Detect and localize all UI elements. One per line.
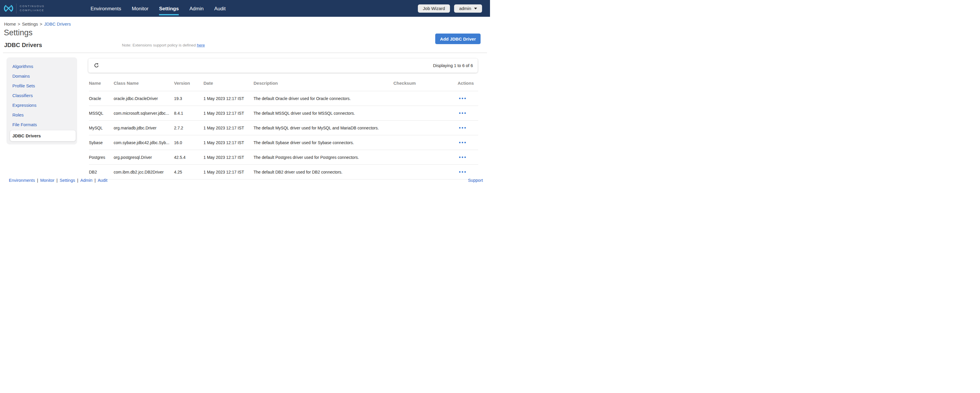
cell-description: The default MSSQL driver used for MSSQL … xyxy=(253,111,393,116)
refresh-button[interactable] xyxy=(93,63,100,68)
section-header: JDBC Drivers Note: Extensions support po… xyxy=(3,42,487,53)
ellipsis-icon xyxy=(459,113,461,114)
sidebar-item-jdbc-drivers[interactable]: JDBC Drivers xyxy=(10,130,76,141)
ellipsis-icon xyxy=(462,98,463,100)
footer-separator: | xyxy=(77,178,78,183)
column-header-checksum: Checksum xyxy=(393,81,452,86)
actions-cell xyxy=(452,171,478,174)
nav-item-environments[interactable]: Environments xyxy=(91,2,121,15)
row-actions-button[interactable] xyxy=(457,127,466,130)
sidebar-item-domains[interactable]: Domains xyxy=(6,71,77,81)
footer-link-admin[interactable]: Admin xyxy=(80,178,92,183)
job-wizard-button[interactable]: Job Wizard xyxy=(418,5,450,13)
ellipsis-icon xyxy=(465,157,466,158)
table-header-row: NameClass NameVersionDateDescriptionChec… xyxy=(89,75,478,91)
table-row-db2: DB2com.ibm.db2.jcc.DB2Driver4.251 May 20… xyxy=(89,165,478,179)
nav-item-audit[interactable]: Audit xyxy=(214,2,226,15)
sidebar-item-roles[interactable]: Roles xyxy=(6,110,77,120)
jdbc-drivers-table: NameClass NameVersionDateDescriptionChec… xyxy=(89,75,478,179)
footer-link-environments[interactable]: Environments xyxy=(9,178,35,183)
table-row-oracle: Oracleoracle.jdbc.OracleDriver19.31 May … xyxy=(89,91,478,106)
table-body: Oracleoracle.jdbc.OracleDriver19.31 May … xyxy=(89,91,478,179)
nav-item-settings[interactable]: Settings xyxy=(159,2,179,15)
footer-separator: | xyxy=(37,178,38,183)
sidebar-item-classifiers[interactable]: Classifiers xyxy=(6,90,77,100)
support-link[interactable]: Support xyxy=(468,178,483,183)
cell-date: 1 May 2023 12:17 IST xyxy=(204,155,253,160)
nav-item-monitor[interactable]: Monitor xyxy=(132,2,148,15)
nav-menu: EnvironmentsMonitorSettingsAdminAudit xyxy=(91,0,226,17)
chevron-down-icon xyxy=(474,8,477,10)
cell-class-name: org.postgresql.Driver xyxy=(114,155,174,160)
sidebar-item-profile-sets[interactable]: Profile Sets xyxy=(6,81,77,90)
sidebar-item-expressions[interactable]: Expressions xyxy=(6,100,77,110)
ellipsis-icon xyxy=(459,157,461,158)
table-toolbar: Displaying 1 to 6 of 6 xyxy=(88,59,477,73)
cell-date: 1 May 2023 12:17 IST xyxy=(204,170,253,174)
cell-name: Sybase xyxy=(89,140,114,145)
cell-date: 1 May 2023 12:17 IST xyxy=(204,140,253,145)
breadcrumb-item-jdbc-drivers[interactable]: JDBC Drivers xyxy=(44,21,71,27)
table-row-postgres: Postgresorg.postgresql.Driver42.5.41 May… xyxy=(89,150,478,165)
ellipsis-icon xyxy=(465,142,466,144)
cell-class-name: org.mariadb.jdbc.Driver xyxy=(114,125,174,130)
breadcrumb: Home>Settings>JDBC Drivers xyxy=(4,21,490,27)
row-actions-button[interactable] xyxy=(457,112,466,115)
user-menu-label: admin xyxy=(459,6,471,11)
column-header-version: Version xyxy=(174,81,204,86)
footer-nav: Environments|Monitor|Settings|Admin|Audi… xyxy=(9,178,108,183)
cell-description: The default Postgres driver used for Pos… xyxy=(253,155,393,160)
breadcrumb-separator: > xyxy=(18,21,20,27)
cell-version: 16.0 xyxy=(174,140,204,145)
sidebar-item-file-formats[interactable]: File Formats xyxy=(6,120,77,130)
ellipsis-icon xyxy=(459,171,461,173)
footer-link-settings[interactable]: Settings xyxy=(60,178,75,183)
ellipsis-icon xyxy=(465,127,466,129)
policy-here-link[interactable]: here xyxy=(197,43,205,48)
row-actions-button[interactable] xyxy=(457,156,466,159)
actions-cell xyxy=(452,97,478,100)
breadcrumb-item-settings[interactable]: Settings xyxy=(22,21,38,27)
ellipsis-icon xyxy=(462,171,463,173)
cell-date: 1 May 2023 12:17 IST xyxy=(204,111,253,116)
ellipsis-icon xyxy=(462,157,463,158)
cell-name: MSSQL xyxy=(89,111,114,116)
app-logo[interactable] xyxy=(3,5,14,13)
refresh-icon xyxy=(94,63,99,68)
cell-name: Oracle xyxy=(89,96,114,101)
cell-name: DB2 xyxy=(89,170,114,174)
breadcrumb-item-home[interactable]: Home xyxy=(4,21,16,27)
cell-class-name: com.ibm.db2.jcc.DB2Driver xyxy=(114,170,174,174)
cell-name: Postgres xyxy=(89,155,114,160)
delphix-x-logo-icon xyxy=(3,5,14,13)
nav-item-admin[interactable]: Admin xyxy=(189,2,204,15)
cell-date: 1 May 2023 12:17 IST xyxy=(204,96,253,101)
cell-class-name: com.sybase.jdbc42.jdbc.Syb... xyxy=(114,140,174,145)
footer-link-monitor[interactable]: Monitor xyxy=(40,178,54,183)
actions-cell xyxy=(452,156,478,159)
top-nav: CONTINUOUS COMPLIANCE EnvironmentsMonito… xyxy=(0,0,490,17)
extensions-policy-note: Note: Extensions support policy is defin… xyxy=(122,43,205,48)
cell-description: The default DB2 driver used for DB2 conn… xyxy=(253,170,393,174)
table-row-sybase: Sybasecom.sybase.jdbc42.jdbc.Syb...16.01… xyxy=(89,135,478,150)
actions-cell xyxy=(452,127,478,130)
brand-name: CONTINUOUS COMPLIANCE xyxy=(20,5,45,13)
row-actions-button[interactable] xyxy=(457,171,466,174)
breadcrumb-separator: > xyxy=(40,21,42,27)
cell-date: 1 May 2023 12:17 IST xyxy=(204,125,253,130)
table-row-mysql: MySQLorg.mariadb.jdbc.Driver2.7.21 May 2… xyxy=(89,120,478,135)
ellipsis-icon xyxy=(462,113,463,114)
column-header-description: Description xyxy=(253,81,393,86)
column-header-date: Date xyxy=(204,81,253,86)
ellipsis-icon xyxy=(459,142,461,144)
row-actions-button[interactable] xyxy=(457,97,466,100)
footer-link-audit[interactable]: Audit xyxy=(98,178,108,183)
row-actions-button[interactable] xyxy=(457,141,466,144)
user-menu-button[interactable]: admin xyxy=(454,5,482,13)
column-header-name: Name xyxy=(89,81,114,86)
footer-separator: | xyxy=(57,178,58,183)
ellipsis-icon xyxy=(465,171,466,173)
sidebar-item-algorithms[interactable]: Algorithms xyxy=(6,62,77,71)
ellipsis-icon xyxy=(465,98,466,100)
page-title: Settings xyxy=(4,28,490,37)
